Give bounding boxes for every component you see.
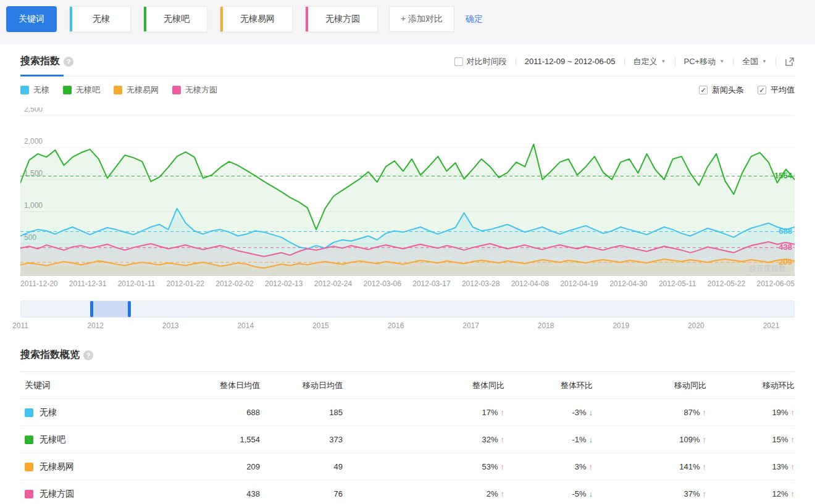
mobile-mom-cell: 12%↑: [706, 489, 795, 498]
trend-chart[interactable]: 5001,0001,5002,0002,5001554688438209@百度指…: [20, 107, 795, 291]
legend-row: 无棣 无棣吧 无棣易网 无棣方圆 新闻头条 平均值: [20, 78, 795, 102]
x-axis-label: 2012-04-19: [560, 279, 598, 291]
date-range[interactable]: 2011-12-09 ~ 2012-06-05: [525, 57, 616, 66]
keyword-chip-wudi[interactable]: 无棣: [69, 6, 131, 32]
help-icon[interactable]: ?: [64, 57, 73, 67]
x-axis-label: 2012-02-02: [215, 279, 253, 291]
divider: [516, 57, 516, 66]
overall-avg-cell: 438: [193, 489, 260, 498]
svg-text:2,000: 2,000: [24, 137, 43, 146]
x-axis-label: 2012-01-22: [167, 279, 204, 291]
timeline-slider[interactable]: [20, 300, 795, 318]
legend-swatch: [63, 86, 72, 94]
timeline-year-label: 2021: [763, 321, 780, 330]
compare-period-toggle[interactable]: 对比时间段: [454, 56, 507, 67]
x-axis-label: 2012-04-30: [609, 279, 647, 291]
keyword-chips: 无棣 无棣吧 无棣易网 无棣方圆: [69, 6, 378, 32]
overall-yoy-cell: 2%↑: [343, 489, 504, 498]
timeline-year-label: 2011: [12, 321, 28, 330]
keyword-chip-wudifangyuan[interactable]: 无棣方圆: [305, 6, 378, 32]
table-row: 无棣吧 1,554 373 32%↑ -1%↓ 109%↑ 15%↑: [20, 426, 795, 453]
x-axis-label: 2012-05-22: [708, 279, 745, 291]
mobile-mom-cell: 15%↑: [706, 435, 795, 444]
series-color-bar: [306, 7, 308, 31]
average-checkbox[interactable]: [758, 86, 766, 94]
compare-period-label: 对比时间段: [467, 56, 507, 67]
legend-label: 无棣吧: [76, 85, 100, 96]
chevron-down-icon: ▼: [762, 59, 767, 64]
keyword-cell[interactable]: 无棣方圆: [40, 489, 74, 500]
timeline-year-label: 2013: [162, 321, 179, 330]
keyword-chip-wudiyiwang[interactable]: 无棣易网: [220, 6, 293, 32]
news-headline-checkbox[interactable]: [699, 86, 708, 94]
svg-text:438: 438: [779, 242, 792, 252]
col-header-keyword: 关键词: [20, 380, 193, 391]
device-label: PC+移动: [684, 56, 716, 67]
external-link-icon[interactable]: [785, 57, 795, 67]
slider-handle-left[interactable]: [90, 301, 93, 317]
overall-yoy-cell: 17%↑: [343, 408, 504, 417]
legend-swatch: [20, 86, 29, 94]
keyword-chip-wudiba[interactable]: 无棣吧: [143, 6, 207, 32]
average-toggle[interactable]: 平均值: [758, 85, 795, 96]
legend-label: 无棣方圆: [185, 85, 217, 96]
overall-mom-cell: 3%↑: [504, 462, 593, 471]
x-axis-label: 2012-04-08: [511, 279, 549, 291]
x-axis-label: 2012-02-24: [314, 279, 352, 291]
series-color-swatch: [25, 463, 33, 471]
trend-arrow-icon: ↑: [791, 435, 795, 444]
keyword-chip-label: 无棣易网: [240, 14, 275, 25]
timeline-year-label: 2012: [87, 321, 104, 330]
timeline-year-label: 2020: [688, 321, 704, 330]
slider-selection[interactable]: [92, 301, 129, 317]
keyword-chip-label: 无棣方圆: [325, 14, 360, 25]
x-axis-label: 2012-03-06: [363, 279, 401, 291]
timeline-year-label: 2016: [388, 321, 404, 330]
timeline-year-labels: 2011201220132014201520162017201820192020…: [20, 321, 795, 335]
svg-text:688: 688: [779, 226, 792, 236]
add-compare-button[interactable]: + 添加对比: [389, 6, 454, 32]
timeline-year-label: 2018: [538, 321, 554, 330]
svg-text:@百度指数: @百度指数: [749, 264, 786, 273]
col-header-overall-avg: 整体日均值: [193, 380, 260, 391]
search-index-panel: 搜索指数 ? 对比时间段 2011-12-09 ~ 2012-06-05 自定义…: [0, 44, 815, 504]
custom-range-dropdown[interactable]: 自定义 ▼: [633, 56, 666, 67]
timeline-year-label: 2019: [612, 321, 629, 330]
help-icon[interactable]: ?: [83, 350, 93, 360]
col-header-overall-yoy: 整体同比: [343, 380, 504, 391]
keyword-cell[interactable]: 无棣: [40, 407, 57, 418]
slider-handle-right[interactable]: [128, 301, 131, 317]
series-color-bar: [144, 7, 146, 31]
chevron-down-icon: ▼: [661, 59, 666, 64]
overall-avg-cell: 1,554: [193, 435, 260, 444]
tab-search-index[interactable]: 搜索指数 ?: [20, 44, 73, 76]
keyword-button[interactable]: 关键词: [6, 6, 57, 32]
keyword-cell[interactable]: 无棣吧: [40, 434, 65, 445]
x-axis-label: 2012-06-05: [756, 279, 794, 291]
trend-chart-svg[interactable]: 5001,0001,5002,0002,5001554688438209@百度指…: [20, 107, 795, 276]
legend-swatch: [172, 86, 181, 94]
mobile-avg-cell: 373: [260, 435, 343, 444]
news-headline-toggle[interactable]: 新闻头条: [699, 85, 744, 96]
region-dropdown[interactable]: 全国 ▼: [742, 56, 767, 67]
trend-arrow-icon: ↑: [791, 489, 795, 498]
mobile-mom-cell: 13%↑: [706, 462, 795, 471]
device-dropdown[interactable]: PC+移动 ▼: [684, 56, 725, 67]
legend-item-wudiba[interactable]: 无棣吧: [63, 85, 100, 96]
legend-swatch: [114, 86, 122, 94]
legend-item-wudifangyuan[interactable]: 无棣方圆: [172, 85, 217, 96]
overall-mom-cell: -1%↓: [504, 435, 593, 444]
legend-item-wudi[interactable]: 无棣: [20, 85, 49, 96]
region-label: 全国: [742, 56, 758, 67]
mobile-avg-cell: 76: [260, 489, 343, 498]
compare-period-checkbox[interactable]: [454, 57, 463, 66]
legend-item-wudiyiwang[interactable]: 无棣易网: [114, 85, 159, 96]
panel-header: 搜索指数 ? 对比时间段 2011-12-09 ~ 2012-06-05 自定义…: [20, 44, 795, 76]
table-header-row: 关键词 整体日均值 移动日均值 整体同比 整体环比 移动同比 移动环比: [20, 372, 795, 399]
series-color-bar: [220, 7, 223, 31]
legend-label: 无棣易网: [127, 85, 159, 96]
mobile-yoy-cell: 37%↑: [593, 489, 706, 498]
keyword-cell[interactable]: 无棣易网: [40, 461, 74, 473]
confirm-link[interactable]: 确定: [466, 6, 483, 32]
table-row: 无棣方圆 438 76 2%↑ -5%↓ 37%↑ 12%↑: [20, 481, 795, 504]
